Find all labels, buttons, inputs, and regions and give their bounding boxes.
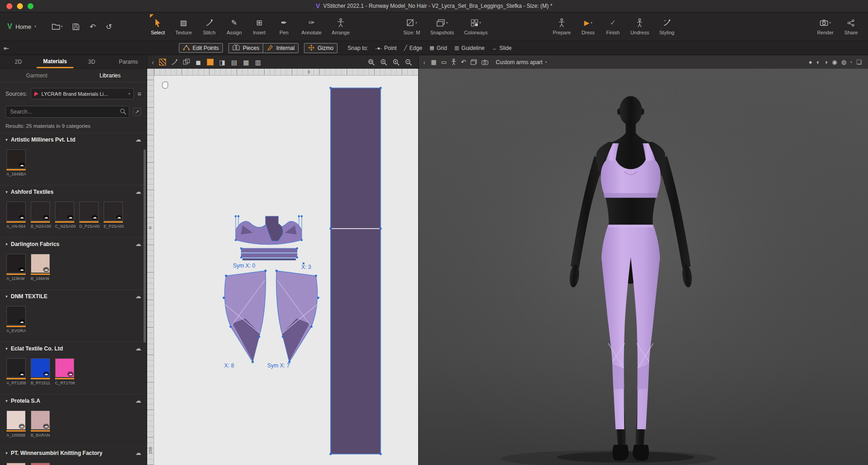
bra-pattern-pieces[interactable] [236, 216, 302, 260]
reset-view-icon[interactable]: ↶ [461, 59, 466, 66]
material-swatch[interactable]: ☁B_BARAN [31, 410, 52, 438]
collapse-2d-toolb​ar-icon[interactable]: ‹ [151, 59, 155, 66]
category-header[interactable]: ▾ Darlington Fabrics ☁ [0, 237, 147, 250]
source-dropdown[interactable]: LYCRA® Brand Materials Li... ▾ [31, 88, 133, 99]
viewport-3d-scene[interactable] [419, 69, 868, 465]
material-swatch[interactable]: ☁B_RT1511 [31, 358, 52, 385]
grid-floor-icon[interactable]: ▦ [431, 59, 437, 66]
texture-tool-button[interactable]: ▨ Texture [170, 12, 197, 41]
material-swatch[interactable]: ☁D_P2SA00 [79, 202, 100, 229]
size-button[interactable]: ▾ Size: M [398, 12, 426, 41]
shaded-view-icon[interactable]: ● [809, 59, 813, 66]
snap-point-toggle[interactable]: -●- Point [376, 45, 397, 51]
assign-tool-button[interactable]: ✎ Assign [221, 12, 247, 41]
floor-plane-icon[interactable]: ▭ [441, 59, 447, 66]
cloud-sync-icon[interactable]: ☁ [135, 397, 141, 404]
category-header[interactable]: ▾ DNM TEXTILE ☁ [0, 290, 147, 302]
render-button[interactable]: ▾ Render [812, 12, 839, 41]
cloud-sync-icon[interactable]: ☁ [135, 293, 141, 300]
sidebar-scrollbar[interactable] [144, 149, 146, 343]
snap-guideline-toggle[interactable]: ▥ Guideline [454, 45, 485, 51]
cloud-sync-icon[interactable]: ☁ [135, 136, 141, 143]
overlap-pieces-icon[interactable] [182, 58, 191, 66]
material-view-icon[interactable]: ◐ [816, 59, 820, 66]
internal-button[interactable]: Internal [263, 44, 298, 53]
material-swatch[interactable]: ☁A_EVORA [6, 306, 28, 333]
pattern-2d-canvas[interactable]: Sym X: 0 X: 3 X: 8 Sym X: 7 0 0 250 [147, 69, 418, 465]
render-style-icon[interactable]: ◉ [832, 59, 837, 66]
material-swatch[interactable]: ☁A_119KW [6, 254, 28, 281]
material-swatch[interactable]: ☁E_P2SA00 [104, 202, 125, 229]
open-file-button[interactable]: ▾ [52, 23, 63, 30]
category-header[interactable]: ▾ Protela S.A ☁ [0, 394, 147, 407]
tab-materials[interactable]: Materials [37, 55, 73, 68]
cloud-sync-icon[interactable]: ☁ [135, 345, 141, 352]
grid-view-toggle-icon[interactable]: ▦ [242, 58, 250, 66]
minimize-window-button[interactable] [17, 3, 23, 9]
search-input[interactable] [6, 106, 129, 118]
pieces-button[interactable]: Pieces [229, 44, 263, 53]
ruler-view-toggle-icon[interactable]: ▥ [254, 58, 262, 66]
styling-button[interactable]: Styling [654, 12, 680, 41]
collapse-3d-toolbar-icon[interactable]: ‹ [422, 59, 426, 66]
category-header[interactable]: ▾ PT. Winnersumbiri Knitting Factory ☁ [0, 446, 147, 459]
cloud-sync-icon[interactable]: ☁ [135, 241, 141, 247]
gizmo-button[interactable]: Gizmo [304, 43, 337, 53]
undress-button[interactable]: Undress [625, 12, 654, 41]
solid-fill-toggle-icon[interactable]: ◼ [194, 58, 203, 66]
colorways-button[interactable]: ▾ Colorways [459, 12, 492, 41]
dress-button[interactable]: ▶▾ Dress [576, 12, 601, 41]
save-button[interactable] [72, 23, 79, 30]
prepare-button[interactable]: Prepare [548, 12, 576, 41]
subtab-libraries[interactable]: Libraries [73, 69, 147, 82]
snap-grid-toggle[interactable]: ▦ Grid [430, 45, 447, 51]
stitch-tool-button[interactable]: Stitch [197, 12, 221, 41]
select-tool-button[interactable]: Select [145, 12, 170, 41]
half-fill-toggle-icon[interactable]: ◨ [218, 58, 227, 66]
arrange-tool-button[interactable]: Arrange [326, 12, 354, 41]
pose-dropdown[interactable]: Custom arms apart ▾ [493, 59, 550, 66]
zoom-region-icon[interactable] [367, 58, 376, 66]
material-swatch[interactable]: ☁ [31, 463, 52, 465]
source-list-icon[interactable]: ≡ [138, 90, 141, 98]
category-header[interactable]: ▾ Artistic Milliners Pvt. Ltd ☁ [0, 133, 147, 146]
viewport-snapshot-icon[interactable] [470, 59, 477, 65]
material-swatch[interactable]: ☁C_N2SA00 [55, 202, 76, 229]
material-swatch[interactable]: ☁A_AN-064 [6, 202, 28, 229]
material-swatch[interactable]: ☁B_N2SA00 [31, 202, 52, 229]
material-swatch[interactable]: ☁C_RT1708 [55, 358, 76, 385]
fullscreen-icon[interactable]: ❏ [856, 59, 862, 66]
zoom-all-icon[interactable]: A [380, 58, 388, 66]
avatar-visibility-icon[interactable] [451, 59, 456, 66]
category-header[interactable]: ▾ Eclat Textile Co. Ltd ☁ [0, 342, 147, 355]
finish-button[interactable]: ✓ Finish [601, 12, 625, 41]
collapse-panel-icon[interactable]: ⇤ [4, 44, 9, 52]
tab-2d[interactable]: 2D [0, 55, 37, 68]
material-swatch[interactable]: ☁A_100588 [6, 410, 28, 438]
share-button[interactable]: Share [839, 12, 863, 41]
material-swatch[interactable]: ☁B_166KW [31, 254, 52, 281]
pin-tool-icon[interactable] [171, 58, 179, 66]
tab-3d[interactable]: 3D [73, 55, 110, 68]
material-swatch[interactable]: ☁A_RT1308 [6, 358, 28, 385]
pen-tool-button[interactable]: ✒ Pen [271, 12, 296, 41]
zoom-out-icon[interactable] [404, 58, 413, 66]
snapshots-button[interactable]: ▾ Snapshots [425, 12, 459, 41]
zoom-in-icon[interactable] [392, 58, 400, 66]
snap-edge-toggle[interactable]: ╱ Edge [404, 45, 422, 51]
insert-tool-button[interactable]: ⊞ Insert [247, 12, 271, 41]
edit-points-button[interactable]: Edit Points [179, 43, 223, 53]
undo-button[interactable]: ↶ [89, 22, 95, 31]
maximize-window-button[interactable] [28, 3, 33, 9]
tab-params[interactable]: Params [110, 55, 147, 68]
stripe-view-toggle-icon[interactable]: ▤ [230, 58, 238, 66]
home-menu[interactable]: V Home ▾ [0, 12, 44, 41]
subtab-garment[interactable]: Garment [0, 69, 73, 82]
open-external-icon[interactable]: ↗ [133, 108, 141, 116]
view-options-caret-icon[interactable]: ▾ [851, 60, 852, 64]
fabric-fill-active-icon[interactable] [206, 58, 215, 66]
fabric-hatch-toggle-icon[interactable] [159, 58, 167, 66]
environment-icon[interactable]: ◍ [841, 59, 846, 66]
cloud-sync-icon[interactable]: ☁ [135, 188, 141, 195]
cloud-sync-icon[interactable]: ☁ [135, 449, 141, 456]
